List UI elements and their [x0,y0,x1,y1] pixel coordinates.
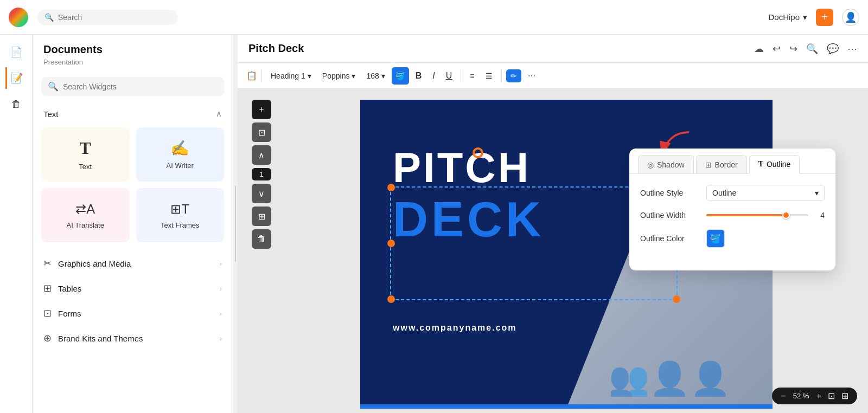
panel-title: Documents [33,43,233,58]
zoom-bar: − 52 % + ⊡ ⊞ [772,388,857,404]
doc-title: Pitch Deck [248,42,754,55]
dochipo-label: DocHipo [768,12,800,22]
global-search-bar[interactable]: 🔍 [37,10,178,25]
top-nav: 🔍 DocHipo ▾ + 👤 [0,0,868,35]
widget-search-bar[interactable]: 🔍 [41,77,224,96]
widget-text-frames[interactable]: ⊞T Text Frames [136,188,225,242]
dochipo-menu[interactable]: DocHipo ▾ [768,12,807,22]
widget-ai-translate[interactable]: ⇄A AI Translate [41,188,130,242]
doc-header: Pitch Deck ☁ ↩ ↪ 🔍 💬 ⋯ [238,35,868,63]
more-options-icon[interactable]: ⋯ [847,43,857,55]
fullscreen-button[interactable]: ⊞ [839,391,851,401]
highlight-button[interactable]: ✏ [506,69,521,82]
slide-url: www.companyname.com [393,323,517,333]
more-format-button[interactable]: ⋯ [524,69,540,82]
font-selector[interactable]: Poppins ▾ [318,69,360,82]
search-doc-icon[interactable]: 🔍 [806,43,818,55]
outline-label: Outline [767,160,790,169]
slide-grid-button[interactable]: ⊞ [252,206,271,226]
sidebar-icon-edit[interactable]: 📝 [5,67,27,89]
left-panel: Documents Presentation 🔍 Text ∧ T Text ✍… [33,35,233,413]
comment-icon[interactable]: 💬 [827,43,839,55]
section-tables[interactable]: ⊞ Tables › [33,276,233,301]
zoom-out-button[interactable]: − [778,391,788,401]
text-widget-label: Text [79,163,92,171]
zoom-in-button[interactable]: + [814,391,824,401]
search-icon: 🔍 [44,13,54,22]
global-search-input[interactable] [58,13,170,22]
toolbar-sep-3 [501,69,502,82]
widget-grid: T Text ✍️ AI Writer ⇄A AI Translate ⊞T T… [33,123,233,251]
main-layout: 📄 📝 🗑 Documents Presentation 🔍 Text ∧ T … [0,35,868,413]
fit-screen-button[interactable]: ⊡ [826,391,837,401]
heading-label: Heading 1 [271,72,305,80]
forms-label: Forms [58,309,81,318]
outline-color-swatch[interactable]: 🪣 [706,229,725,248]
font-label: Poppins [322,72,350,80]
outline-width-slider[interactable]: 4 [706,211,825,220]
cloud-save-icon[interactable]: ☁ [754,43,764,55]
slide-delete-button[interactable]: 🗑 [252,229,271,249]
graphics-media-chevron: › [220,260,222,268]
outline-color-row: Outline Color 🪣 [640,229,825,248]
size-selector[interactable]: 168 ▾ [362,69,389,82]
slide-controls: + ⊡ ∧ 1 ∨ ⊞ 🗑 [252,100,271,249]
sidebar-icon-trash[interactable]: 🗑 [5,93,27,115]
popup-body: Outline Style Outline ▾ Outline Width [629,174,835,270]
slider-fill [706,214,786,216]
align-button[interactable]: ≡ [465,69,478,82]
section-brand-kits[interactable]: ⊕ Brand Kits and Themes › [33,326,233,351]
section-forms[interactable]: ⊡ Forms › [33,301,233,326]
sidebar-icon-document[interactable]: 📄 [5,41,27,63]
heading-selector[interactable]: Heading 1 ▾ [266,69,316,82]
widget-ai-writer[interactable]: ✍️ AI Writer [136,127,225,182]
highlight-icon: ✏ [510,72,517,80]
bold-button[interactable]: B [411,69,426,83]
italic-button[interactable]: I [428,69,439,83]
toolbar-sep-1 [261,69,262,82]
handle-bl[interactable] [387,295,395,303]
underline-button[interactable]: U [442,69,457,83]
border-label: Border [715,160,738,169]
outline-style-select[interactable]: Outline ▾ [706,185,825,201]
shadow-tab[interactable]: ◎ Shadow [638,155,694,173]
list-button[interactable]: ☰ [481,69,497,82]
text-widget-icon: T [80,138,91,158]
text-section-chevron: ∧ [216,109,222,119]
create-new-button[interactable]: + [816,9,833,26]
slide-pitch-text: PITC H [393,143,531,192]
undo-icon[interactable]: ↩ [773,43,781,55]
text-section-header[interactable]: Text ∧ [33,105,233,123]
redo-icon[interactable]: ↪ [789,43,797,55]
section-graphics-media[interactable]: ✂ Graphics and Media › [33,251,233,276]
border-tab[interactable]: ⊞ Border [696,155,747,173]
resize-slide-button[interactable]: ⊡ [252,122,271,142]
resize-handle[interactable] [233,35,238,413]
user-avatar[interactable]: 👤 [842,9,859,26]
add-slide-button[interactable]: + [252,100,271,119]
chevron-down-icon: ▾ [803,12,807,22]
outline-width-value: 4 [814,211,825,220]
outline-width-label: Outline Width [640,211,700,220]
outline-style-label: Outline Style [640,189,700,197]
widget-text[interactable]: T Text [41,127,130,182]
popup-tabs: ◎ Shadow ⊞ Border T Outline [629,149,835,174]
slider-thumb[interactable] [782,211,790,219]
paint-bucket-swatch-icon: 🪣 [710,234,721,244]
logo[interactable] [9,8,28,27]
slide-num-value: 1 [259,170,263,178]
font-chevron: ▾ [352,72,355,80]
outline-icon: T [758,160,763,169]
canvas-wrapper: + ⊡ ∧ 1 ∨ ⊞ 🗑 PITC H [238,89,868,413]
outline-tab[interactable]: T Outline [749,155,800,174]
outline-color-label: Outline Color [640,234,700,243]
text-color-button[interactable]: 🪣 [392,67,409,85]
icon-sidebar: 📄 📝 🗑 [0,35,33,413]
slide-down-button[interactable]: ∨ [252,184,271,203]
ai-writer-label: AI Writer [167,162,194,170]
widget-search-input[interactable] [63,82,218,91]
clipboard-icon[interactable]: 📋 [246,70,257,81]
slide-up-button[interactable]: ∧ [252,145,271,165]
size-label: 168 [366,72,379,80]
people-icons: 👥👤👤 [609,359,731,398]
